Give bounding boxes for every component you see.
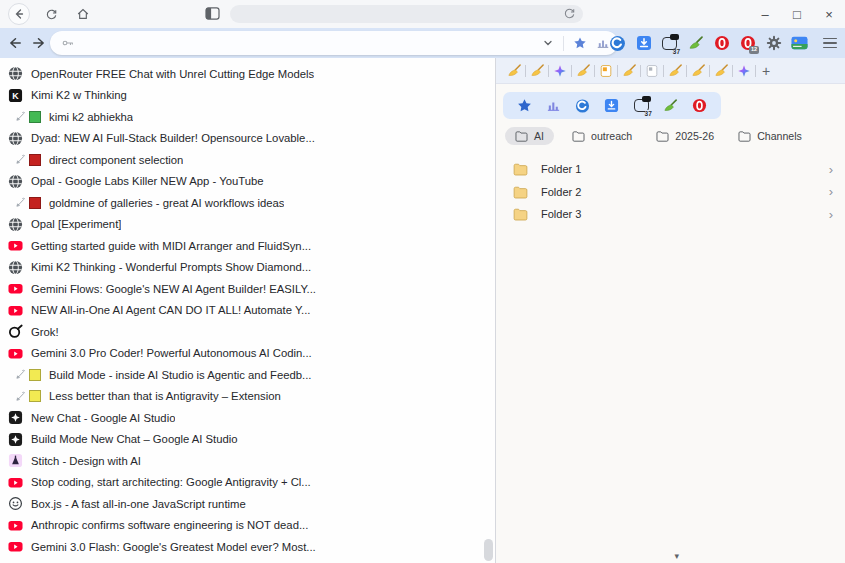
bookmark-item[interactable]: Gemini Flows: Google's NEW AI Agent Buil… (0, 278, 495, 300)
back-icon (13, 8, 25, 20)
bookmark-item[interactable]: direct component selection (0, 149, 495, 171)
cleaner-broom-icon[interactable] (687, 35, 704, 52)
folder-chips: AIoutreach2025-26Channels (505, 127, 845, 145)
chip-2025-26[interactable]: 2025-26 (650, 127, 720, 145)
bookmark-item[interactable]: Getting started guide with MIDI Arranger… (0, 235, 495, 257)
tab-count: 37 (673, 48, 680, 55)
chip-outreach[interactable]: outreach (566, 127, 638, 145)
stats-icon[interactable] (596, 36, 610, 50)
maximize-button[interactable]: □ (781, 0, 813, 28)
panel-tab[interactable] (644, 63, 660, 79)
bookmark-label: Build Mode - inside AI Studio is Agentic… (49, 369, 312, 381)
panel-tab[interactable] (667, 63, 683, 79)
chevron-right-icon[interactable]: › (829, 208, 833, 221)
quickbar-broom-green-button[interactable] (663, 98, 679, 114)
bookmark-item[interactable]: Build Mode New Chat – Google AI Studio (0, 429, 495, 451)
back-button[interactable] (8, 3, 30, 25)
youtube-icon (8, 303, 23, 318)
bookmark-item[interactable]: Opal - Google Labs Killer NEW App - YouT… (0, 171, 495, 193)
close-button[interactable]: × (813, 0, 845, 28)
bookmark-item[interactable]: goldmine of galleries - great AI workflo… (0, 192, 495, 214)
panel-tab[interactable] (506, 63, 522, 79)
bookmark-item[interactable]: Kimi K2 Thinking - Wonderful Prompts Sho… (0, 257, 495, 279)
bookmark-item[interactable]: Gemini 3.0 Pro Coder! Powerful Autonomou… (0, 343, 495, 365)
bookmark-item[interactable]: Stop coding, start architecting: Google … (0, 472, 495, 494)
bookmark-label: Getting started guide with MIDI Arranger… (31, 240, 311, 252)
bookmark-item[interactable]: Less better than that is Antigravity – E… (0, 386, 495, 408)
new-tab-button[interactable]: + (762, 64, 770, 78)
tab-counter-icon[interactable]: 37 (661, 35, 678, 52)
chevron-right-icon[interactable]: › (829, 163, 833, 176)
bookmark-item[interactable]: Anthropic confirms software engineering … (0, 515, 495, 537)
aistudio-icon (8, 410, 23, 425)
panel-tab[interactable] (713, 63, 729, 79)
folder-item[interactable]: Folder 1› (496, 158, 845, 181)
bookmark-item[interactable]: Dyad: NEW AI Full-Stack Builder! Opensou… (0, 128, 495, 150)
scrollbar-thumb[interactable] (484, 539, 493, 561)
minimize-button[interactable]: – (749, 0, 781, 28)
quickbar-tabs-button[interactable]: 37 (633, 98, 649, 114)
bookmark-label: Kimi K2 Thinking - Wonderful Prompts Sho… (31, 261, 311, 273)
panel-tab[interactable] (621, 63, 637, 79)
panel-tab[interactable] (690, 63, 706, 79)
folder-list: Folder 1›Folder 2›Folder 3› (496, 158, 845, 226)
bookmark-item[interactable]: kimi k2 abhiekha (0, 106, 495, 128)
quickbar-swirl-button[interactable] (575, 98, 591, 114)
quickbar-download-button[interactable] (604, 98, 620, 114)
reload-button[interactable] (40, 3, 62, 25)
chevron-right-icon[interactable]: › (829, 185, 833, 198)
bookmark-item[interactable]: Box.js - A fast all-in-one JavaScript ru… (0, 493, 495, 515)
key-icon (61, 36, 75, 50)
color-swatch (29, 154, 41, 166)
nav-forward-icon[interactable] (31, 36, 46, 50)
panel-tab[interactable] (575, 63, 591, 79)
tab-divider (617, 65, 618, 77)
wallpaper-icon[interactable] (791, 35, 808, 52)
chip-channels[interactable]: Channels (732, 127, 808, 145)
youtube-icon (8, 281, 23, 296)
scroll-down-caret[interactable]: ▾ (675, 552, 680, 561)
panel-tab[interactable] (529, 63, 545, 79)
bookmark-item[interactable]: Build Mode - inside AI Studio is Agentic… (0, 364, 495, 386)
bookmark-item[interactable]: NEW All-in-One AI Agent CAN DO IT ALL! A… (0, 300, 495, 322)
quickbar-opera-button[interactable] (692, 98, 708, 114)
bookmark-item[interactable]: New Chat - Google AI Studio (0, 407, 495, 429)
ai-assistant-icon[interactable] (609, 35, 626, 52)
chip-ai[interactable]: AI (505, 127, 554, 145)
panel-tab[interactable] (598, 63, 614, 79)
bookmark-item[interactable]: Grok! (0, 321, 495, 343)
kimi-icon: K (8, 88, 23, 103)
broom-icon (691, 63, 706, 78)
gear-icon[interactable] (765, 35, 782, 52)
bookmark-item[interactable]: Stitch - Design with AI (0, 450, 495, 472)
folder-item[interactable]: Folder 3› (496, 203, 845, 226)
quickbar-star-button[interactable] (516, 98, 532, 114)
youtube-icon (8, 238, 23, 253)
bookmark-label: Anthropic confirms software engineering … (31, 519, 308, 531)
menu-icon[interactable] (823, 38, 837, 49)
tab-pill[interactable] (230, 5, 583, 23)
sidebar-icon (205, 7, 220, 20)
folder-label: Folder 3 (541, 208, 581, 220)
chevron-down-icon[interactable] (542, 37, 554, 49)
quickbar-chart-button[interactable] (545, 98, 561, 114)
address-bar[interactable] (50, 31, 618, 55)
sidebar-toggle-button[interactable] (205, 7, 220, 20)
bookmark-star-icon[interactable] (573, 36, 587, 50)
bookmark-label: goldmine of galleries - great AI workflo… (49, 197, 284, 209)
bookmark-item[interactable]: Opal [Experiment] (0, 214, 495, 236)
bookmark-item[interactable]: KKimi K2 w Thinking (0, 85, 495, 107)
panel-tab[interactable] (736, 63, 752, 79)
bookmark-item[interactable]: OpenRouter FREE Chat with Unrel Cutting … (0, 63, 495, 85)
download-manager-icon[interactable] (635, 35, 652, 52)
aistudio-icon (8, 432, 23, 447)
opera-badge-icon[interactable]: 12 (739, 35, 756, 52)
home-button[interactable] (72, 3, 94, 25)
nav-back-icon[interactable] (8, 36, 23, 50)
panel-tab[interactable] (552, 63, 568, 79)
tab-reload-icon[interactable] (563, 7, 576, 20)
opera-icon[interactable] (713, 35, 730, 52)
bookmark-item[interactable]: Gemini 3.0 Flash: Google's Greatest Mode… (0, 536, 495, 558)
tab-divider (663, 65, 664, 77)
folder-item[interactable]: Folder 2› (496, 181, 845, 204)
